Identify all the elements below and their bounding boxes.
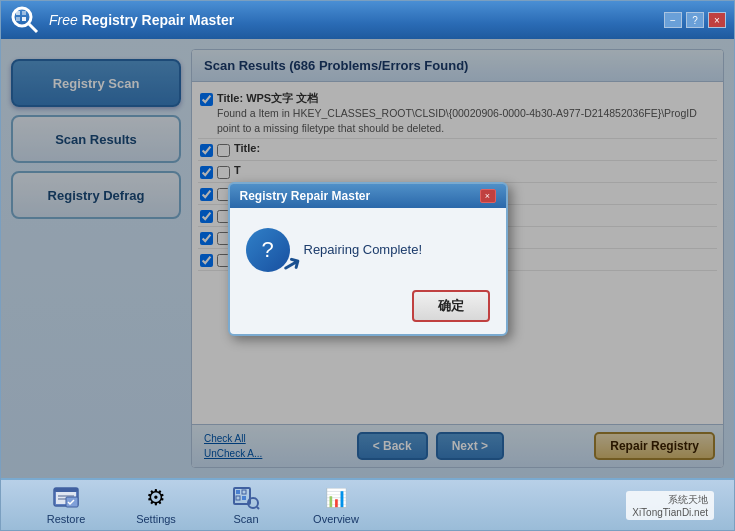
modal-title-bar: Registry Repair Master × bbox=[230, 184, 506, 208]
svg-rect-16 bbox=[242, 496, 246, 500]
svg-line-1 bbox=[29, 24, 37, 32]
title-bar: Free Registry Repair Master − ? × bbox=[1, 1, 734, 39]
modal-footer: 确定 bbox=[230, 286, 506, 334]
scan-label: Scan bbox=[233, 513, 258, 525]
minimize-button[interactable]: − bbox=[664, 12, 682, 28]
svg-rect-15 bbox=[236, 496, 240, 500]
scan-icon bbox=[232, 486, 260, 510]
settings-label: Settings bbox=[136, 513, 176, 525]
overview-label: Overview bbox=[313, 513, 359, 525]
modal-close-button[interactable]: × bbox=[480, 189, 496, 203]
modal-message: Repairing Complete! bbox=[304, 242, 423, 257]
toolbar-restore[interactable]: Restore bbox=[21, 482, 111, 529]
svg-rect-4 bbox=[16, 17, 20, 21]
svg-rect-5 bbox=[22, 17, 26, 21]
close-button[interactable]: × bbox=[708, 12, 726, 28]
main-window: Free Registry Repair Master − ? × Regist… bbox=[0, 0, 735, 531]
toolbar-overview[interactable]: 📊 Overview bbox=[291, 482, 381, 529]
restore-label: Restore bbox=[47, 513, 86, 525]
svg-rect-3 bbox=[22, 11, 26, 15]
svg-rect-2 bbox=[16, 11, 20, 15]
modal-info-icon: ? ➜ bbox=[246, 228, 290, 272]
modal-ok-button[interactable]: 确定 bbox=[412, 290, 490, 322]
overview-icon: 📊 bbox=[322, 486, 350, 510]
help-button[interactable]: ? bbox=[686, 12, 704, 28]
app-logo bbox=[9, 4, 41, 36]
app-title: Free Registry Repair Master bbox=[49, 12, 664, 28]
toolbar-settings[interactable]: ⚙ Settings bbox=[111, 482, 201, 529]
modal-body: ? ➜ Repairing Complete! bbox=[230, 208, 506, 286]
svg-line-18 bbox=[257, 507, 259, 509]
modal-title: Registry Repair Master bbox=[240, 189, 371, 203]
toolbar: Restore ⚙ Settings Scan 📊 Over bbox=[1, 478, 734, 530]
watermark: 系统天地 XiTongTianDi.net bbox=[626, 491, 714, 520]
svg-rect-14 bbox=[242, 490, 246, 494]
svg-rect-13 bbox=[236, 490, 240, 494]
settings-icon: ⚙ bbox=[142, 486, 170, 510]
svg-rect-8 bbox=[54, 488, 78, 492]
window-controls: − ? × bbox=[664, 12, 726, 28]
repairing-complete-dialog: Registry Repair Master × ? ➜ Repairing C… bbox=[228, 182, 508, 336]
restore-icon bbox=[52, 486, 80, 510]
toolbar-scan[interactable]: Scan bbox=[201, 482, 291, 529]
modal-overlay: Registry Repair Master × ? ➜ Repairing C… bbox=[1, 39, 734, 478]
